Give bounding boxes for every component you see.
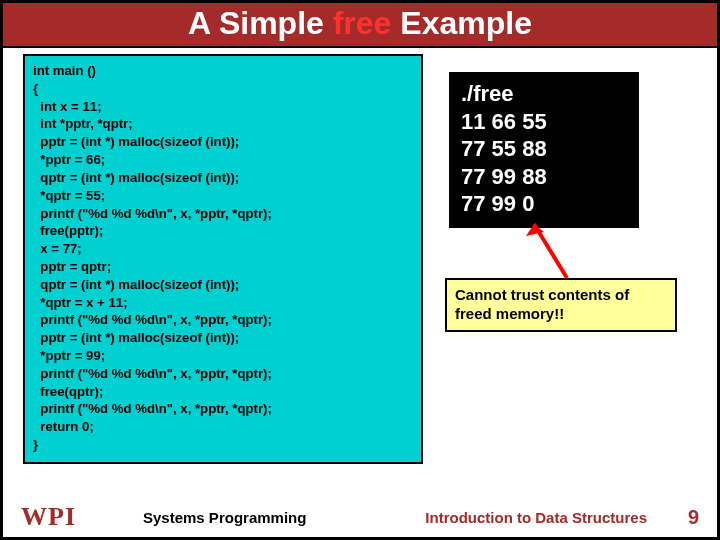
title-post: Example — [391, 5, 532, 41]
page-number: 9 — [688, 506, 699, 529]
footer-center-text: Systems Programming — [143, 509, 306, 526]
warning-callout: Cannot trust contents of freed memory!! — [445, 278, 677, 332]
code-listing: int main () { int x = 11; int *pptr, *qp… — [23, 54, 423, 464]
slide-content: int main () { int x = 11; int *pptr, *qp… — [3, 48, 717, 498]
slide-title: A Simple free Example — [3, 3, 717, 48]
program-output: ./free 11 66 55 77 55 88 77 99 88 77 99 … — [449, 72, 639, 228]
logo: WPI — [21, 502, 76, 532]
title-highlight: free — [333, 5, 392, 41]
arrow-icon — [522, 218, 582, 280]
title-pre: A Simple — [188, 5, 333, 41]
footer-right-text: Introduction to Data Structures — [425, 509, 647, 526]
slide-footer: WPI Systems Programming Introduction to … — [3, 497, 717, 537]
logo-text: WPI — [21, 502, 76, 531]
